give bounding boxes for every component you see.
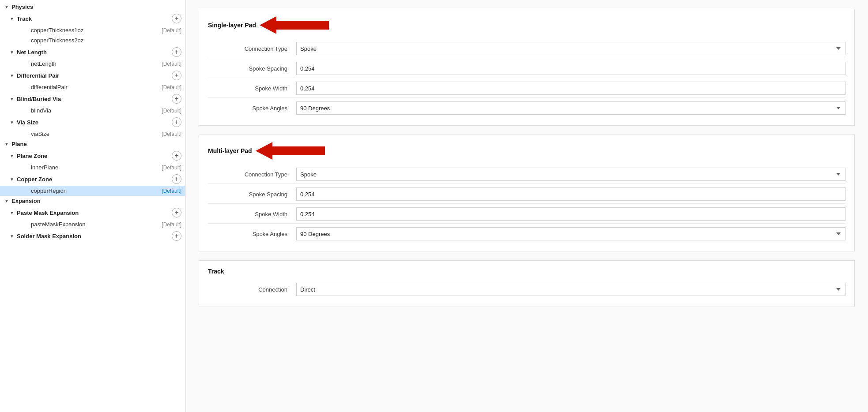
multi-layer-spoke-spacing-row: Spoke Spacing [208, 185, 845, 204]
tree-item-solderMaskExpansion[interactable]: ▼Solder Mask Expansion+ [0, 229, 185, 243]
left-panel[interactable]: ▼Physics▼Track+copperThickness1oz[Defaul… [0, 0, 185, 412]
tree-item-pasteMaskExpansionVal[interactable]: pasteMaskExpansion[Default] [0, 219, 185, 229]
tree-item-right-planeZone: + [172, 151, 181, 161]
track-connection-select[interactable]: Direct Spoke None [296, 283, 845, 296]
tree-label-differentialPairVal: differentialPair [31, 84, 68, 90]
tree-item-left-physics: ▼Physics [4, 4, 33, 10]
tree-item-right-innerPlane: [Default] [162, 165, 181, 171]
tree-item-left-planeZone: ▼Plane Zone [9, 153, 47, 159]
chevron-icon[interactable]: ▼ [9, 210, 15, 215]
tree-item-left-viaSize: ▼Via Size [9, 119, 38, 126]
default-tag-blindVia: [Default] [162, 108, 181, 114]
tree-item-differentialPair[interactable]: ▼Differential Pair+ [0, 69, 185, 82]
chevron-icon[interactable]: ▼ [4, 4, 10, 9]
single-layer-spoke-spacing-input[interactable] [296, 62, 845, 75]
tree-item-plane[interactable]: ▼Plane [0, 139, 185, 149]
tree-item-left-blindVia: blindVia [23, 107, 51, 114]
multi-layer-pad-header: Multi-layer Pad [208, 142, 845, 160]
tree-item-right-solderMaskExpansion: + [172, 231, 181, 241]
multi-layer-spoke-width-input[interactable] [296, 207, 845, 221]
tree-label-blindVia: blindVia [31, 107, 51, 114]
tree-item-innerPlane[interactable]: innerPlane[Default] [0, 162, 185, 172]
multi-layer-spoke-angles-select[interactable]: 90 Degrees 45 Degrees [296, 227, 845, 240]
single-layer-pad-arrow [260, 16, 329, 34]
tree-item-left-differentialPairVal: differentialPair [23, 84, 68, 90]
chevron-icon[interactable]: ▼ [9, 16, 15, 21]
multi-layer-spoke-angles-label: Spoke Angles [208, 231, 296, 237]
multi-layer-connection-type-select[interactable]: Spoke Direct None [296, 168, 845, 181]
chevron-icon[interactable]: ▼ [9, 120, 15, 125]
multi-layer-spoke-spacing-input[interactable] [296, 187, 845, 201]
add-button-pasteMaskExpansion[interactable]: + [172, 208, 181, 217]
add-button-blindBuriedVia[interactable]: + [172, 94, 181, 104]
track-connection-row: Connection Direct Spoke None [208, 280, 845, 299]
single-layer-spoke-spacing-label: Spoke Spacing [208, 65, 296, 72]
chevron-icon[interactable]: ▼ [9, 50, 15, 55]
tree-item-differentialPairVal[interactable]: differentialPair[Default] [0, 82, 185, 92]
tree-item-copperRegion[interactable]: copperRegion[Default] [0, 186, 185, 196]
tree-item-left-viaSizeVal: viaSize [23, 131, 49, 137]
tree-item-netLength[interactable]: ▼Net Length+ [0, 45, 185, 59]
tree-label-blindBuriedVia: Blind/Buried Via [17, 96, 61, 102]
tree-item-pasteMaskExpansion[interactable]: ▼Paste Mask Expansion+ [0, 206, 185, 219]
add-button-solderMaskExpansion[interactable]: + [172, 231, 181, 241]
single-layer-spoke-angles-label: Spoke Angles [208, 105, 296, 112]
tree-label-solderMaskExpansion: Solder Mask Expansion [17, 233, 81, 240]
single-layer-spoke-width-input[interactable] [296, 82, 845, 95]
tree-item-netLengthVal[interactable]: netLength[Default] [0, 59, 185, 69]
tree-item-copperThickness1oz[interactable]: copperThickness1oz[Default] [0, 25, 185, 35]
tree-item-copperZone[interactable]: ▼Copper Zone+ [0, 172, 185, 186]
arrow-head-2 [256, 142, 272, 160]
tree-item-viaSize[interactable]: ▼Via Size+ [0, 116, 185, 129]
add-button-track[interactable]: + [172, 14, 181, 23]
tree-item-left-copperZone: ▼Copper Zone [9, 176, 52, 183]
single-layer-pad-section: Single-layer Pad Connection Type Spoke D… [199, 9, 855, 126]
chevron-icon[interactable]: ▼ [9, 97, 15, 101]
add-button-differentialPair[interactable]: + [172, 71, 181, 80]
tree-item-track[interactable]: ▼Track+ [0, 12, 185, 25]
single-layer-connection-type-row: Connection Type Spoke Direct None [208, 39, 845, 58]
tree-item-viaSizeVal[interactable]: viaSize[Default] [0, 129, 185, 139]
tree-item-left-pasteMaskExpansionVal: pasteMaskExpansion [23, 221, 86, 228]
chevron-icon[interactable]: ▼ [9, 177, 15, 182]
tree-label-track: Track [17, 15, 32, 22]
single-layer-pad-header: Single-layer Pad [208, 16, 845, 34]
add-button-planeZone[interactable]: + [172, 151, 181, 161]
default-tag-viaSizeVal: [Default] [162, 131, 181, 137]
add-button-viaSize[interactable]: + [172, 117, 181, 127]
tree-item-planeZone[interactable]: ▼Plane Zone+ [0, 149, 185, 162]
single-layer-spoke-angles-select[interactable]: 90 Degrees 45 Degrees [296, 101, 845, 115]
tree-label-viaSize: Via Size [17, 119, 38, 126]
single-layer-spoke-width-row: Spoke Width [208, 79, 845, 98]
multi-layer-connection-type-row: Connection Type Spoke Direct None [208, 165, 845, 184]
tree-item-blindVia[interactable]: blindVia[Default] [0, 105, 185, 116]
default-tag-copperRegion: [Default] [162, 188, 181, 194]
add-button-netLength[interactable]: + [172, 47, 181, 57]
tree-item-right-netLengthVal: [Default] [162, 61, 181, 67]
single-layer-connection-type-label: Connection Type [208, 45, 296, 52]
tree-item-copperThickness2oz[interactable]: copperThickness2oz [0, 35, 185, 45]
right-panel: Single-layer Pad Connection Type Spoke D… [185, 0, 868, 412]
chevron-icon[interactable]: ▼ [4, 199, 10, 203]
tree-label-netLength: Net Length [17, 49, 47, 56]
single-layer-connection-type-select[interactable]: Spoke Direct None [296, 42, 845, 55]
tree-item-left-netLength: ▼Net Length [9, 49, 47, 56]
tree-item-right-pasteMaskExpansion: + [172, 208, 181, 217]
chevron-icon[interactable]: ▼ [9, 234, 15, 239]
chevron-icon[interactable]: ▼ [9, 73, 15, 78]
add-button-copperZone[interactable]: + [172, 174, 181, 184]
arrow-body-2 [272, 146, 325, 155]
tree-label-differentialPair: Differential Pair [17, 72, 59, 79]
tree-item-left-track: ▼Track [9, 15, 32, 22]
chevron-icon[interactable]: ▼ [9, 154, 15, 158]
tree-item-right-blindBuriedVia: + [172, 94, 181, 104]
chevron-icon[interactable]: ▼ [4, 142, 10, 146]
tree-item-right-copperRegion: [Default] [162, 188, 181, 194]
tree-label-pasteMaskExpansionVal: pasteMaskExpansion [31, 221, 86, 228]
tree-item-blindBuriedVia[interactable]: ▼Blind/Buried Via+ [0, 92, 185, 105]
tree-item-expansion[interactable]: ▼Expansion [0, 196, 185, 206]
tree-item-physics[interactable]: ▼Physics [0, 2, 185, 12]
tree-label-viaSizeVal: viaSize [31, 131, 49, 137]
single-layer-spoke-angles-row: Spoke Angles 90 Degrees 45 Degrees [208, 99, 845, 117]
tree-item-left-copperRegion: copperRegion [23, 187, 67, 194]
